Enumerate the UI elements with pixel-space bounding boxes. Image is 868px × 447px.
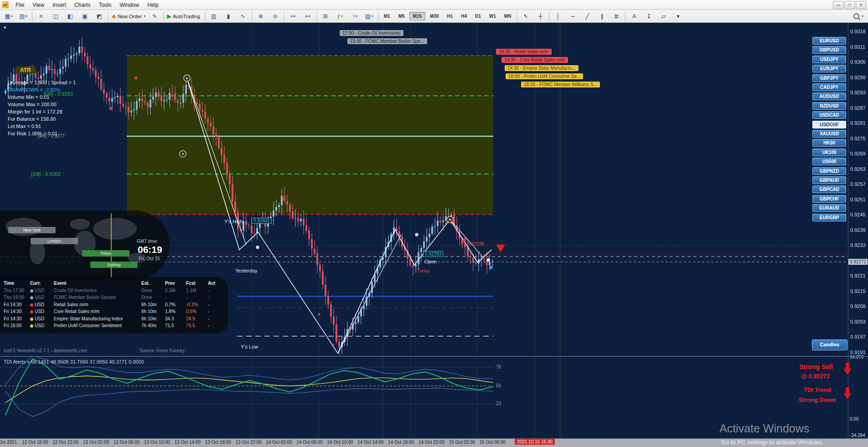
symbol-button-hk50[interactable]: HK50	[812, 139, 846, 147]
symbol-button-euraud[interactable]: EURAUD	[812, 204, 846, 212]
data-window-button[interactable]: ◫	[49, 11, 62, 22]
symbol-button-eurusd[interactable]: EURUSD	[812, 37, 846, 45]
symbol-button-eurjpy[interactable]: EURJPY	[812, 65, 846, 72]
chart-line-icon: ∿	[240, 13, 245, 19]
symbol-button-us500[interactable]: US500	[812, 158, 846, 165]
symbol-button-eurgbp[interactable]: EURGBP	[812, 214, 846, 221]
metaeditor-button[interactable]: ✎	[148, 11, 161, 22]
chart-bars-button[interactable]: ▥	[207, 11, 221, 22]
cursor-button[interactable]: ↖	[519, 11, 532, 22]
symbol-button-gbpusd[interactable]: GBPUSD	[812, 46, 846, 54]
strategy-tester-button[interactable]: ◩	[93, 11, 106, 22]
dropdown-arrow-icon: ▾	[11, 14, 13, 18]
one-click-trading-icon[interactable]	[4, 25, 6, 31]
profiles-button[interactable]: ▤▾	[16, 11, 30, 22]
news-prev: 71.0	[165, 323, 186, 328]
menu-window[interactable]: Window	[116, 1, 144, 9]
symbol-button-cadjpy[interactable]: CADJPY	[812, 83, 846, 91]
minimize-button[interactable]: —	[833, 1, 843, 9]
terminal-button[interactable]: ▣	[78, 11, 92, 22]
symbol-button-audusd[interactable]: AUDUSD	[812, 92, 846, 100]
time-tick: 14 Oct 02:00	[266, 440, 292, 445]
symbol-button-usdcad[interactable]: USDCAD	[812, 111, 846, 119]
zoom-in-icon: ⊕	[258, 13, 263, 19]
timeframe-h1[interactable]: H1	[443, 12, 456, 21]
indicators-button[interactable]: ƒ▾	[333, 11, 347, 22]
timeframe-m5[interactable]: M5	[395, 12, 408, 21]
symbol-button-gbpaud[interactable]: GBPAUD	[812, 176, 846, 184]
new-order-button[interactable]: ◆New Order▾	[110, 11, 147, 22]
vertical-line-button[interactable]: │	[551, 11, 565, 22]
dropdown-arrow-icon: ▾	[862, 14, 863, 18]
auto-scroll-button[interactable]: ↦	[286, 11, 300, 22]
price-tick: 0.9191	[850, 349, 866, 355]
templates-icon: ▨	[365, 13, 371, 19]
new-order-icon: ◆	[112, 13, 116, 19]
symbol-button-xauusd[interactable]: XAUUSD	[812, 130, 846, 138]
tdi-axis-tick: 0.00	[850, 416, 858, 421]
zoom-out-icon: ⊖	[273, 13, 278, 19]
symbol-search[interactable]: ▾	[853, 13, 868, 19]
more-tools-button[interactable]: ▾	[671, 11, 685, 22]
timeframe-m30[interactable]: M30	[426, 12, 442, 21]
chart-line-button[interactable]: ∿	[236, 11, 250, 22]
zoom-out-button[interactable]: ⊖	[269, 11, 282, 22]
news-time: Thu 17:00	[4, 288, 30, 293]
news-prev: 34.3	[165, 316, 186, 321]
timeframe-m1[interactable]: M1	[380, 12, 394, 21]
chart-shift-button[interactable]: ↤	[301, 11, 315, 22]
navigator-button[interactable]: ◧	[63, 11, 77, 22]
timeframe-mn[interactable]: MN	[501, 12, 515, 21]
news-flag-barkin: 15:00 - FOMC Member Barkin Spe...	[347, 38, 427, 44]
timeframe-h4[interactable]: H4	[457, 12, 470, 21]
menu-insert[interactable]: Insert	[48, 1, 70, 9]
symbol-button-gbpnzd[interactable]: GBPNZD	[812, 167, 846, 175]
symbol-button-usdjpy[interactable]: USDJPY	[812, 56, 846, 63]
news-time: Fri 14:30	[4, 316, 30, 321]
timeframe-w1[interactable]: W1	[486, 12, 500, 21]
price-tick: 0.9293	[850, 90, 866, 95]
menu-view[interactable]: View	[28, 1, 48, 9]
chart-candles-button[interactable]: ▮	[222, 11, 235, 22]
timeframe-m15[interactable]: M15	[409, 12, 425, 21]
time-tick: 13 Oct 10:00	[144, 440, 170, 445]
symbol-button-uk100[interactable]: UK100	[812, 149, 846, 156]
templates-button[interactable]: ▨▾	[362, 11, 376, 22]
time-tick: 13 Oct 18:00	[205, 440, 231, 445]
time-tick: 12 Oct 18:00	[22, 440, 48, 445]
autotrading-button[interactable]: ▶AutoTrading	[165, 11, 203, 22]
shapes-button[interactable]: ▱	[656, 11, 670, 22]
fibonacci-button[interactable]: ≣	[610, 11, 623, 22]
menu-charts[interactable]: Charts	[70, 1, 94, 9]
arrange-windows-button[interactable]: ⊞	[319, 11, 332, 22]
horizontal-line-button[interactable]: ─	[566, 11, 579, 22]
impact-icon	[30, 318, 33, 321]
restore-button[interactable]: □	[844, 1, 855, 9]
menu-file[interactable]: File	[11, 1, 28, 9]
symbol-button-usdchf[interactable]: USDCHF	[812, 121, 846, 128]
menu-tools[interactable]: Tools	[95, 1, 116, 9]
market-watch-icon: ≡	[39, 13, 43, 19]
trendline-button[interactable]: ╱	[580, 11, 594, 22]
periods-button[interactable]: ◔▾	[348, 11, 362, 22]
zoom-in-button[interactable]: ⊕	[254, 11, 268, 22]
crosshair-button[interactable]: ┼	[533, 11, 547, 22]
toolbar-separator	[32, 12, 32, 21]
tdi-indicator-title: TDI Alerts v 66.1451 48.9508 31.7566 37.…	[4, 359, 144, 365]
search-icon	[853, 13, 859, 19]
close-button[interactable]: ×	[856, 1, 866, 9]
menu-help[interactable]: Help	[143, 1, 163, 9]
candles-button[interactable]: Candles	[812, 339, 847, 350]
new-chart-button[interactable]: ▦▾	[2, 11, 16, 22]
symbol-button-nzdusd[interactable]: NZDUSD	[812, 102, 846, 110]
text-button[interactable]: A	[627, 11, 641, 22]
symbol-button-gbpjpy[interactable]: GBPJPY	[812, 74, 846, 82]
news-act: -	[208, 316, 220, 321]
symbol-button-gbpcad[interactable]: GBPCAD	[812, 185, 846, 193]
arrows-button[interactable]: ↧	[642, 11, 656, 22]
timeframe-d1[interactable]: D1	[471, 12, 485, 21]
panel-divider[interactable]	[0, 356, 868, 357]
symbol-button-gbpchf[interactable]: GBPCHF	[812, 195, 846, 203]
channel-button[interactable]: ∥	[595, 11, 609, 22]
market-watch-button[interactable]: ≡	[34, 11, 48, 22]
